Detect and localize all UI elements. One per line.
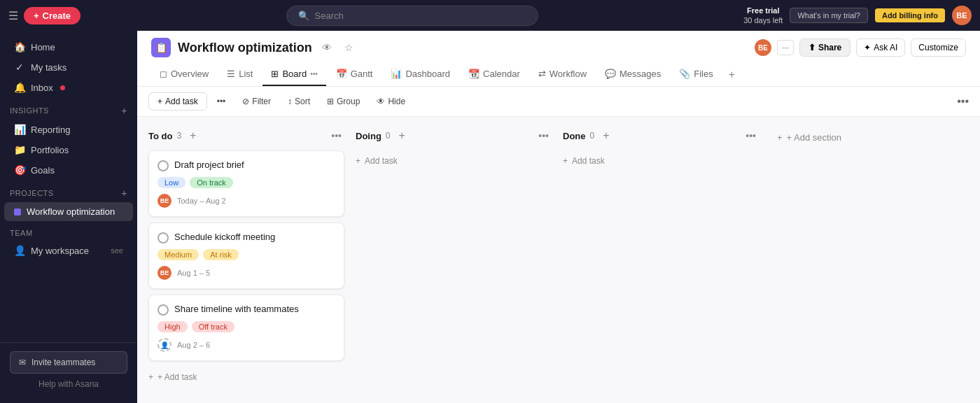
column-done-add-button[interactable]: + (600, 128, 612, 143)
task-check-schedule-kickoff[interactable] (158, 232, 169, 243)
column-todo-add-button[interactable]: + (187, 128, 199, 143)
projects-add-button[interactable]: + (121, 188, 127, 199)
task-check-share-timeline[interactable] (158, 304, 169, 316)
task-avatar-be: BE (158, 194, 172, 208)
status-tag-off-track: Off track (192, 321, 234, 332)
ask-ai-button[interactable]: ✦ Ask AI (856, 38, 905, 57)
sidebar-item-reporting[interactable]: 📊 Reporting (4, 120, 133, 139)
tab-list[interactable]: ☰ List (218, 63, 261, 86)
reporting-label: Reporting (31, 125, 70, 135)
filter-button[interactable]: ⊘ Filter (235, 94, 278, 109)
hamburger-button[interactable]: ☰ (8, 9, 18, 22)
create-label: Create (43, 10, 71, 21)
task-check-draft-project-brief[interactable] (158, 160, 169, 171)
tab-calendar[interactable]: 📆 Calendar (460, 63, 528, 86)
tab-dashboard[interactable]: 📊 Dashboard (382, 63, 458, 86)
toolbar-overflow-button[interactable]: ••• (957, 95, 969, 108)
inbox-notification-dot (60, 85, 65, 90)
customize-button[interactable]: Customize (911, 38, 966, 57)
whats-in-trial-button[interactable]: What's in my trial? (790, 8, 868, 23)
hide-button[interactable]: 👁 Hide (370, 94, 412, 109)
workflow-project-label: Workflow optimization (27, 206, 115, 217)
task-title-draft-project-brief: Draft project brief (174, 160, 335, 170)
project-title: Workflow optimization (178, 41, 312, 55)
portfolios-icon: 📁 (14, 144, 25, 155)
group-button[interactable]: ⊞ Group (320, 94, 367, 109)
sidebar-item-goals[interactable]: 🎯 Goals (4, 160, 133, 180)
insights-section-label: Insights (10, 106, 49, 115)
user-avatar[interactable]: BE (952, 6, 972, 25)
task-avatar-be-2: BE (158, 266, 172, 280)
star-project-button[interactable]: ☆ (342, 41, 356, 55)
column-doing-add-button[interactable]: + (396, 128, 408, 143)
task-card-share-timeline: Share timeline with teammates High Off t… (148, 295, 344, 361)
share-label: Share (818, 43, 841, 52)
help-link[interactable]: Help with Asana (10, 374, 127, 395)
tab-board[interactable]: ⊞ Board ••• (262, 63, 326, 86)
add-task-button[interactable]: + Add task (148, 92, 207, 111)
sidebar-item-my-workspace[interactable]: 👤 My workspace see (4, 241, 133, 260)
sidebar-nav: 🏠 Home ✓ My tasks 🔔 Inbox Insights + 📊 R… (0, 34, 137, 342)
tab-messages[interactable]: 💬 Messages (596, 63, 669, 86)
column-done-count: 0 (590, 131, 595, 141)
add-section-button[interactable]: + + Add section (770, 128, 848, 147)
add-tab-button[interactable]: + (723, 64, 741, 85)
column-todo-more-button[interactable]: ••• (328, 129, 344, 143)
trial-line1: Free trial (747, 6, 779, 15)
column-todo: To do 3 + ••• Draft project brief Low On… (148, 128, 344, 388)
insights-add-button[interactable]: + (121, 105, 127, 116)
sort-label: Sort (295, 97, 310, 106)
project-more-dots-button[interactable]: ··· (777, 40, 794, 55)
column-doing-title: Doing (356, 131, 382, 141)
my-workspace-label: My workspace (31, 246, 89, 256)
sort-button[interactable]: ↕ Sort (281, 94, 317, 109)
search-bar[interactable]: 🔍 Search (286, 6, 538, 26)
project-dot-icon (14, 208, 21, 215)
see-link[interactable]: see (111, 246, 123, 255)
task-date-draft-project-brief: Today – Aug 2 (177, 197, 226, 205)
add-billing-button[interactable]: Add billing info (875, 8, 945, 22)
task-title-schedule-kickoff: Schedule kickoff meeting (174, 232, 335, 242)
add-task-inline-todo[interactable]: + + Add task (148, 367, 344, 388)
plus-icon: + (158, 97, 162, 106)
create-button[interactable]: + Create (24, 7, 80, 24)
share-button[interactable]: ⬆ Share (799, 38, 850, 57)
tab-workflow[interactable]: ⇄ Workflow (530, 63, 595, 86)
inbox-icon: 🔔 (14, 82, 25, 93)
sidebar-item-home[interactable]: 🏠 Home (4, 37, 133, 57)
tab-overview[interactable]: ◻ Overview (151, 63, 217, 86)
status-tag-at-risk: At risk (203, 249, 239, 260)
filter-label: Filter (252, 97, 271, 106)
column-doing-more-button[interactable]: ••• (536, 129, 552, 143)
overview-icon: ◻ (160, 69, 167, 79)
task-tags-share-timeline: High Off track (158, 321, 335, 332)
sidebar-item-my-tasks[interactable]: ✓ My tasks (4, 57, 133, 77)
column-done-more-button[interactable]: ••• (743, 129, 759, 143)
filter-icon: ⊘ (242, 97, 249, 106)
goals-label: Goals (31, 165, 55, 176)
add-icon-doing: + (356, 156, 360, 166)
add-task-inline-label: + Add task (158, 372, 197, 382)
sidebar-item-portfolios[interactable]: 📁 Portfolios (4, 140, 133, 160)
tab-files[interactable]: 📎 Files (671, 63, 721, 86)
sidebar-item-workflow-optimization[interactable]: Workflow optimization (4, 202, 133, 221)
tab-gantt-label: Gantt (351, 69, 373, 79)
toolbar-more-options[interactable]: ••• (210, 94, 233, 109)
task-card-draft-project-brief: Draft project brief Low On track BE Toda… (148, 150, 344, 217)
task-title-row-2: Schedule kickoff meeting (158, 232, 335, 243)
task-title-share-timeline: Share timeline with teammates (174, 304, 335, 314)
trial-info: Free trial 30 days left (743, 6, 783, 26)
portfolios-label: Portfolios (31, 145, 69, 155)
insights-section: Insights + (0, 98, 137, 119)
sidebar-item-inbox[interactable]: 🔔 Inbox (4, 78, 133, 97)
add-task-doing[interactable]: + Add task (356, 150, 552, 171)
tab-list-label: List (239, 69, 253, 79)
invite-teammates-button[interactable]: ✉ Invite teammates (10, 351, 127, 374)
add-task-done[interactable]: + Add task (563, 150, 759, 171)
projects-section: Projects + (0, 181, 137, 202)
project-avatar: BE (755, 39, 771, 56)
board-tab-more[interactable]: ••• (310, 70, 318, 78)
show-title-options-button[interactable]: 👁 (319, 41, 335, 55)
search-icon: 🔍 (298, 10, 309, 21)
tab-gantt[interactable]: 📅 Gantt (328, 63, 382, 86)
